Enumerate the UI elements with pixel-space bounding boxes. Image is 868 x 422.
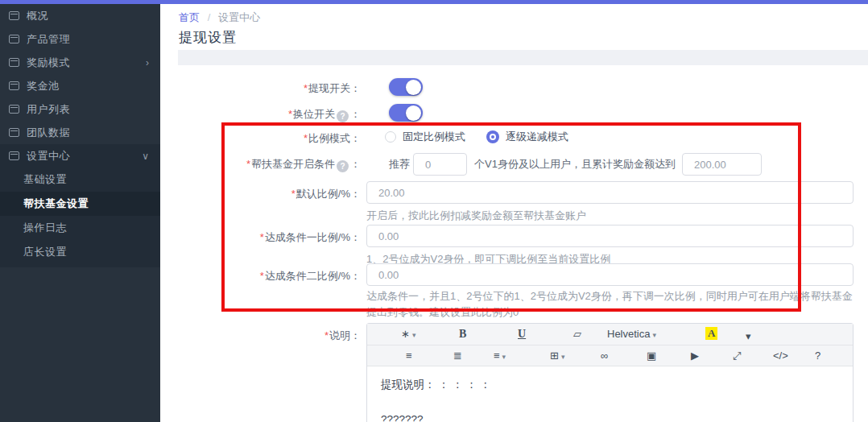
- withdraw-switch-label: *提现开关：: [160, 80, 361, 97]
- default-ratio-input[interactable]: [366, 181, 854, 204]
- sidebar-item-team-data[interactable]: 团队数据: [0, 121, 160, 144]
- sidebar-item-label: 设置中心: [27, 149, 142, 163]
- sidebar-item-product-management[interactable]: 产品管理: [0, 27, 160, 51]
- caret-down-icon: ▾: [561, 353, 565, 361]
- swap-toggle[interactable]: [389, 104, 423, 122]
- required-mark: *: [246, 158, 250, 170]
- sidebar-item-user-list[interactable]: 用户列表: [0, 97, 160, 121]
- chevron-right-icon: ›: [146, 57, 149, 68]
- paragraph-align-button[interactable]: ≡▾: [494, 350, 506, 363]
- editor-text-line: ???????: [381, 413, 839, 422]
- sidebar: 概况 产品管理 奖励模式 › 奖金池 用户列表 团队数据 设置中心 ∨: [0, 4, 160, 422]
- caret-down-icon: ▾: [652, 331, 656, 339]
- editor-text-line: 提现说明： ： ： ： ：: [381, 378, 839, 392]
- fund-condition-middle-text: 个V1身份及以上用户，且累计奖励金额达到: [474, 153, 676, 176]
- editor-help-button[interactable]: ?: [815, 350, 820, 362]
- sidebar-item-overview[interactable]: 概况: [0, 4, 160, 27]
- bold-button[interactable]: B: [459, 328, 466, 341]
- menu-icon: [9, 81, 19, 90]
- required-mark: *: [324, 329, 329, 341]
- sidebar-item-reward-mode[interactable]: 奖励模式 ›: [0, 51, 160, 74]
- sidebar-item-label: 用户列表: [27, 102, 149, 117]
- swap-switch-label: *换位开关?：: [160, 106, 361, 123]
- reward-amount-input[interactable]: [682, 153, 762, 176]
- radio-fixed-ratio-label[interactable]: 固定比例模式: [403, 130, 465, 144]
- fullscreen-button[interactable]: ⤢: [733, 350, 741, 362]
- rich-text-editor: ∗▾ B U ▱ Helvetica▾ A ▾ ≡ ≣ ≡▾ ⊞▾ ∞ ▣ ▶ …: [366, 323, 854, 422]
- eraser-button[interactable]: ▱: [573, 328, 581, 341]
- description-label: *说明：: [160, 328, 361, 344]
- sidebar-item-store-manager-settings[interactable]: 店长设置: [0, 240, 160, 264]
- ratio-mode-radio-group: 固定比例模式 逐级递减模式: [385, 130, 568, 144]
- menu-icon: [9, 105, 19, 114]
- required-mark: *: [304, 132, 308, 144]
- section-divider-band: [178, 50, 868, 65]
- menu-icon: [9, 11, 19, 20]
- editor-content[interactable]: 提现说明： ： ： ： ： ???????: [367, 366, 853, 422]
- required-mark: *: [304, 82, 308, 94]
- sidebar-item-basic-settings[interactable]: 基础设置: [0, 168, 160, 192]
- code-view-button[interactable]: </>: [773, 350, 788, 362]
- ordered-list-button[interactable]: ≣: [453, 350, 462, 362]
- required-mark: *: [291, 188, 296, 200]
- condition1-ratio-input[interactable]: [366, 225, 854, 247]
- menu-icon: [9, 151, 19, 160]
- link-button[interactable]: ∞: [601, 350, 608, 362]
- condition2-ratio-input[interactable]: [366, 263, 854, 286]
- sidebar-item-support-fund-settings[interactable]: 帮扶基金设置: [0, 192, 160, 216]
- help-icon[interactable]: ?: [337, 110, 349, 122]
- radio-decreasing-mode-selected[interactable]: [486, 130, 499, 143]
- default-ratio-label: *默认比例/%：: [160, 186, 361, 202]
- sidebar-group-settings-center: 设置中心 ∨ 基础设置 帮扶基金设置 操作日志 店长设置: [0, 144, 160, 267]
- required-mark: *: [260, 231, 264, 243]
- required-mark: *: [260, 270, 264, 282]
- help-icon[interactable]: ?: [337, 160, 349, 172]
- condition2-hint: 达成条件一，并且1、2号位下的1、2号位成为V2身份，再下调一次比例，同时用户可…: [366, 288, 856, 321]
- radio-decreasing-label[interactable]: 逐级递减模式: [506, 130, 568, 144]
- app-window: 概况 产品管理 奖励模式 › 奖金池 用户列表 团队数据 设置中心 ∨: [0, 0, 868, 422]
- style-magic-button[interactable]: ∗▾: [401, 328, 415, 341]
- breadcrumb-separator: /: [208, 11, 211, 23]
- fund-condition-prefix: 推荐: [389, 153, 410, 176]
- menu-icon: [9, 58, 19, 67]
- font-family-select[interactable]: Helvetica▾: [607, 328, 656, 341]
- font-color-button[interactable]: A: [705, 327, 717, 340]
- underline-button[interactable]: U: [518, 328, 526, 341]
- menu-icon: [9, 128, 19, 137]
- condition2-label: *达成条件二比例/%：: [160, 268, 361, 284]
- sidebar-item-label: 团队数据: [27, 126, 149, 140]
- editor-toolbar-row2: ≡ ≣ ≡▾ ⊞▾ ∞ ▣ ▶ ⤢ </> ?: [367, 345, 853, 366]
- editor-toolbar-row1: ∗▾ B U ▱ Helvetica▾ A ▾: [367, 324, 853, 345]
- sidebar-item-label: 奖励模式: [27, 56, 146, 70]
- picture-button[interactable]: ▣: [647, 350, 656, 362]
- color-caret-button[interactable]: ▾: [746, 330, 751, 343]
- breadcrumb-home-link[interactable]: 首页: [179, 11, 200, 23]
- breadcrumb-current: 设置中心: [218, 11, 260, 23]
- caret-down-icon: ▾: [412, 331, 416, 339]
- radio-fixed-ratio-mode[interactable]: [385, 131, 396, 143]
- table-button[interactable]: ⊞▾: [550, 350, 564, 363]
- sidebar-item-label: 奖金池: [27, 79, 149, 93]
- breadcrumb: 首页 / 设置中心: [179, 10, 260, 25]
- menu-icon: [9, 35, 19, 43]
- sidebar-item-prize-pool[interactable]: 奖金池: [0, 74, 160, 97]
- fund-condition-label: *帮扶基金开启条件?：: [160, 156, 361, 172]
- caret-down-icon: ▾: [502, 353, 506, 361]
- unordered-list-button[interactable]: ≡: [406, 350, 412, 362]
- recommend-count-input[interactable]: [413, 153, 467, 176]
- sidebar-item-operation-log[interactable]: 操作日志: [0, 216, 160, 240]
- ratio-mode-label: *比例模式：: [160, 131, 361, 146]
- chevron-down-icon: ∨: [142, 151, 149, 162]
- main-content: 首页 / 设置中心 提现设置 *提现开关： *换位开关?： *比例模式： 固定比…: [160, 4, 868, 422]
- sidebar-item-label: 产品管理: [27, 32, 149, 47]
- sidebar-item-label: 概况: [27, 9, 149, 23]
- video-button[interactable]: ▶: [691, 350, 699, 362]
- required-mark: *: [288, 108, 292, 120]
- sidebar-item-settings-center[interactable]: 设置中心 ∨: [0, 144, 160, 168]
- page-title: 提现设置: [179, 28, 237, 47]
- withdraw-toggle[interactable]: [389, 78, 423, 96]
- condition1-label: *达成条件一比例/%：: [160, 230, 361, 246]
- default-ratio-hint: 开启后，按此比例扣减奖励金额至帮扶基金账户: [366, 208, 586, 224]
